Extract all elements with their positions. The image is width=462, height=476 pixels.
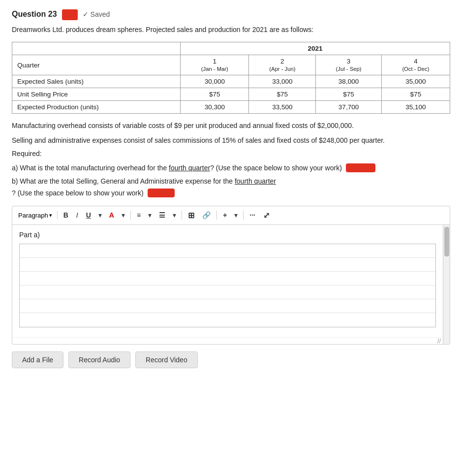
data-table: 2021 Quarter 1(Jan - Mar) 2(Apr - Jun) 3…	[12, 42, 450, 114]
table-row: Expected Production (units) 30,300 33,50…	[12, 101, 450, 114]
editor-container: Paragraph B I U ▾ A ▾ ≡ ▾ ☰ ▾ ⊞ 🔗 + ▾ ··…	[12, 206, 450, 345]
question-title: Question 23	[12, 10, 57, 19]
chevron-down-icon: ▾	[96, 210, 104, 221]
separator4	[216, 211, 217, 220]
part-label: Part a)	[19, 231, 436, 239]
expand-button[interactable]: ⤢	[260, 209, 273, 222]
question-a: a) What is the total manufacturing overh…	[12, 161, 450, 173]
question-b: b) What are the total Selling, General a…	[12, 176, 450, 199]
cell: $75	[316, 88, 382, 101]
cell: 33,000	[249, 75, 316, 88]
font-color-button[interactable]: A	[106, 210, 117, 221]
cell: $75	[381, 88, 450, 101]
col1-header: 1(Jan - Mar)	[181, 55, 249, 75]
check-icon: ✓	[83, 10, 89, 18]
insert-block-button[interactable]: ⊞	[185, 209, 197, 222]
required-label: Required:	[12, 150, 450, 158]
lined-row	[20, 258, 435, 272]
scribble-a	[346, 163, 375, 172]
lined-row	[20, 244, 435, 258]
table-row: Expected Sales (units) 30,000 33,000 38,…	[12, 75, 450, 88]
row-label: Expected Sales (units)	[12, 75, 181, 88]
cell: 30,000	[181, 75, 249, 88]
question-header: Question 23 ✓ Saved	[12, 9, 450, 20]
cell: 33,500	[249, 101, 316, 114]
editor-scrollbar[interactable]	[443, 225, 450, 344]
separator2	[130, 211, 131, 220]
link-button[interactable]: 🔗	[199, 210, 214, 221]
quarter-col-header: Quarter	[12, 55, 181, 75]
question-body: Dreamworks Ltd. produces dream spheres. …	[12, 25, 450, 35]
separator3	[182, 211, 182, 220]
add-button[interactable]: +	[220, 210, 230, 221]
row-label: Expected Production (units)	[12, 101, 181, 114]
record-audio-button[interactable]: Record Audio	[68, 351, 130, 368]
separator5	[243, 211, 244, 220]
align-button[interactable]: ≡	[134, 210, 144, 221]
bottom-buttons: Add a File Record Audio Record Video	[12, 351, 450, 368]
col4-header: 4(Oct - Dec)	[381, 55, 450, 75]
chevron-down-icon5: ▾	[232, 210, 240, 221]
cell: $75	[181, 88, 249, 101]
scribble-b	[148, 189, 175, 197]
lined-area[interactable]	[19, 244, 436, 327]
lined-row	[20, 299, 435, 313]
row-label: Unit Selling Price	[12, 88, 181, 101]
editor-content[interactable]: Part a)	[12, 225, 443, 337]
underline-button[interactable]: U	[83, 210, 94, 221]
scrollbar-thumb[interactable]	[444, 227, 449, 256]
lined-row	[20, 286, 435, 299]
record-video-button[interactable]: Record Video	[135, 351, 198, 368]
more-button[interactable]: ···	[246, 210, 258, 221]
bold-button[interactable]: B	[61, 210, 71, 221]
cell: 37,700	[316, 101, 382, 114]
lined-row	[20, 272, 435, 286]
cell: 35,100	[381, 101, 450, 114]
italic-button[interactable]: I	[73, 210, 81, 221]
description1: Manufacturing overhead consists of varia…	[12, 121, 450, 131]
cell: 35,000	[381, 75, 450, 88]
add-file-button[interactable]: Add a File	[12, 351, 63, 368]
lined-row	[20, 313, 435, 327]
chevron-down-icon2: ▾	[119, 210, 127, 221]
questions-section: a) What is the total manufacturing overh…	[12, 161, 450, 198]
description2: Selling and administrative expenses cons…	[12, 135, 450, 146]
year-header: 2021	[181, 42, 450, 55]
chevron-down-icon4: ▾	[170, 210, 179, 221]
saved-status: ✓ Saved	[83, 10, 110, 18]
paragraph-dropdown[interactable]: Paragraph	[16, 211, 54, 220]
editor-toolbar: Paragraph B I U ▾ A ▾ ≡ ▾ ☰ ▾ ⊞ 🔗 + ▾ ··…	[12, 206, 450, 225]
col3-header: 3(Jul - Sep)	[316, 55, 382, 75]
cell: 38,000	[316, 75, 382, 88]
table-row: Unit Selling Price $75 $75 $75 $75	[12, 88, 450, 101]
cell: $75	[249, 88, 316, 101]
cell: 30,300	[181, 101, 249, 114]
list-button[interactable]: ☰	[156, 210, 168, 221]
flag-icon[interactable]	[62, 9, 78, 20]
col2-header: 2(Apr - Jun)	[249, 55, 316, 75]
editor-body: Part a) //	[12, 225, 450, 344]
chevron-down-icon3: ▾	[146, 210, 154, 221]
separator1	[57, 211, 58, 220]
resize-handle[interactable]: //	[12, 337, 443, 344]
editor-scroll-area: Part a) //	[12, 225, 443, 344]
